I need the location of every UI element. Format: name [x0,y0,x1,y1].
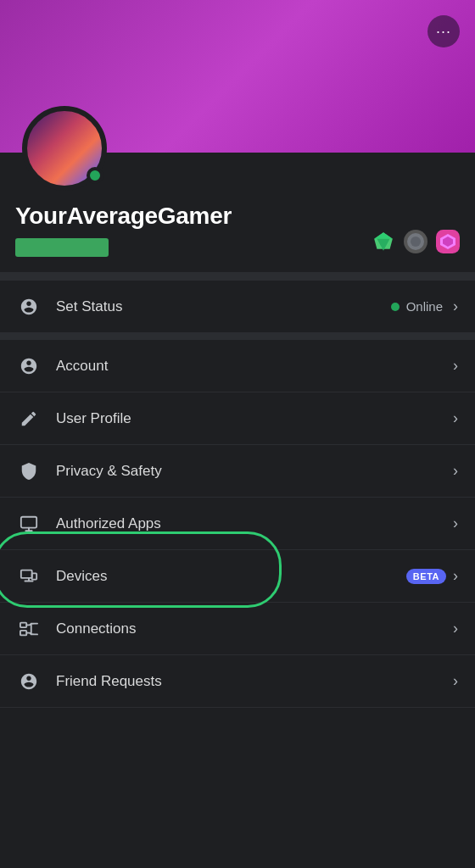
svg-rect-7 [20,622,26,627]
privacy-safety-label: Privacy & Safety [56,463,453,480]
connections-icon [17,617,41,641]
account-icon [17,354,41,378]
authorized-apps-label: Authorized Apps [56,515,453,532]
profile-section: YourAverageGamer [0,153,475,272]
svg-rect-6 [32,573,36,579]
hypesquad-badge [372,230,395,253]
account-label: Account [56,358,453,375]
friend-requests-icon [17,670,41,693]
user-profile-label: User Profile [56,410,453,427]
member-badge [404,230,428,253]
set-status-right: Online › [391,298,458,315]
more-options-button[interactable]: ··· [428,15,460,47]
privacy-safety-icon [17,459,41,483]
friend-requests-chevron: › [453,672,458,690]
online-indicator [391,303,400,311]
privacy-safety-item[interactable]: Privacy & Safety › [0,445,475,498]
badge-row [372,230,460,253]
devices-item[interactable]: Devices BETA › [0,550,475,603]
boost-badge [436,230,460,253]
connections-chevron: › [453,620,458,637]
menu-divider [0,333,475,340]
devices-chevron: › [453,567,458,585]
privacy-safety-chevron: › [453,462,458,480]
username: YourAverageGamer [15,203,460,230]
settings-menu: Account › User Profile › Privacy & Safet… [0,340,475,708]
friend-requests-label: Friend Requests [56,673,453,690]
svg-point-1 [411,236,421,247]
set-status-icon [17,295,41,319]
svg-rect-8 [20,631,26,636]
user-profile-chevron: › [453,409,458,427]
user-profile-item[interactable]: User Profile › [0,392,475,445]
account-item[interactable]: Account › [0,340,475,392]
user-profile-icon [17,407,41,431]
more-dots-icon: ··· [436,24,451,39]
devices-right: BETA › [406,567,458,585]
set-status-item[interactable]: Set Status Online › [0,281,475,333]
devices-icon [17,565,41,588]
svg-rect-5 [21,570,32,577]
authorized-apps-icon [17,512,41,536]
devices-label: Devices [56,568,406,585]
redacted-discriminator [15,238,109,257]
section-divider [0,272,475,281]
online-status-dot [87,167,103,184]
connections-item[interactable]: Connections › [0,603,475,655]
friend-requests-item[interactable]: Friend Requests › [0,655,475,708]
avatar-container [22,106,107,191]
set-status-label: Set Status [56,298,391,315]
authorized-apps-chevron: › [453,515,458,532]
connections-label: Connections [56,620,453,637]
svg-rect-4 [21,516,36,527]
beta-badge: BETA [406,569,446,584]
status-text: Online [406,299,443,314]
authorized-apps-item[interactable]: Authorized Apps › [0,498,475,550]
chevron-icon: › [453,298,458,315]
account-chevron: › [453,357,458,375]
